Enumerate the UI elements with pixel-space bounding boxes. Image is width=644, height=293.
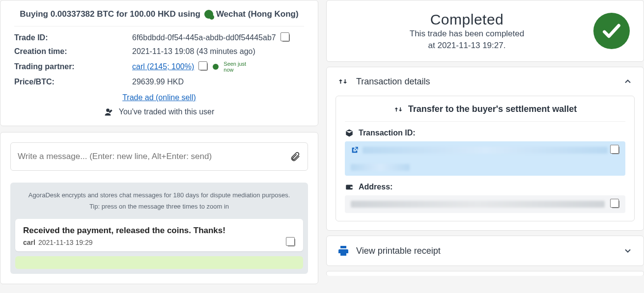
transaction-details-header[interactable]: Transaction details bbox=[327, 67, 644, 96]
address-label-row: Address: bbox=[345, 183, 625, 191]
attachment-icon[interactable] bbox=[290, 151, 301, 162]
status-subtitle: This trade has been completed bbox=[340, 29, 593, 39]
address-label: Address: bbox=[359, 183, 392, 191]
trade-summary-title: Buying 0.00337382 BTC for 100.00 HKD usi… bbox=[14, 9, 304, 27]
txid-blurred bbox=[363, 147, 608, 154]
traded-with-row: You've traded with this user bbox=[14, 107, 304, 117]
receipt-label: View printable receipt bbox=[356, 246, 441, 256]
status-title: Completed bbox=[340, 11, 593, 28]
row-trading-partner: Trading partner: carl (2145; 100%) Seen … bbox=[14, 61, 304, 73]
traded-with-text: You've traded with this user bbox=[119, 107, 215, 116]
wechat-icon bbox=[204, 10, 213, 19]
transaction-details-label: Transaction details bbox=[356, 77, 430, 87]
receipt-section: View printable receipt bbox=[326, 236, 644, 266]
value-creation-time: 2021-11-13 19:08 (43 minutes ago) bbox=[132, 47, 255, 56]
value-price: 29639.99 HKD bbox=[132, 78, 184, 86]
online-dot-icon bbox=[213, 64, 219, 70]
receipt-header[interactable]: View printable receipt bbox=[327, 236, 644, 266]
trade-ad-link[interactable]: Trade ad (online sell) bbox=[122, 93, 196, 102]
copy-icon[interactable] bbox=[287, 239, 295, 246]
chevron-down-icon bbox=[623, 246, 633, 256]
summary-title-prefix: Buying 0.00337382 BTC for 100.00 HKD usi… bbox=[20, 9, 200, 19]
cube-icon bbox=[345, 129, 354, 137]
copy-icon[interactable] bbox=[200, 63, 208, 71]
value-trade-id: 6f6bdbdd-0f54-445a-abdb-dd0f54445ab7 bbox=[132, 33, 276, 42]
txid-label-row: Transaction ID: bbox=[345, 129, 625, 137]
swap-icon bbox=[393, 105, 403, 114]
chat-input[interactable] bbox=[18, 152, 290, 161]
swap-icon bbox=[337, 76, 348, 87]
chat-input-row bbox=[10, 142, 308, 171]
transfer-title: Transfer to the buyer's settlement walle… bbox=[345, 104, 625, 122]
label-trading-partner: Trading partner: bbox=[14, 62, 132, 71]
chat-zoom-tip: Tip: press on the message three times to… bbox=[15, 203, 303, 210]
copy-icon[interactable] bbox=[282, 34, 290, 42]
chat-message-text: Received the payment, released the coins… bbox=[23, 226, 295, 236]
chat-encryption-notice: AgoraDesk encrypts and stores chat messa… bbox=[15, 191, 303, 199]
label-trade-id: Trade ID: bbox=[14, 33, 132, 42]
transaction-panel: Transfer to the buyer's settlement walle… bbox=[336, 96, 635, 221]
chat-body: AgoraDesk encrypts and stores chat messa… bbox=[10, 183, 308, 274]
chat-message[interactable]: Received the payment, released the coins… bbox=[15, 219, 303, 251]
svg-point-0 bbox=[106, 109, 110, 112]
partial-card bbox=[326, 271, 644, 276]
label-creation-time: Creation time: bbox=[14, 47, 132, 56]
seen-text: Seen justnow bbox=[224, 61, 246, 73]
chevron-up-icon bbox=[623, 77, 633, 86]
trade-summary-card: Buying 0.00337382 BTC for 100.00 HKD usi… bbox=[0, 0, 318, 126]
transfer-title-text: Transfer to the buyer's settlement walle… bbox=[408, 104, 577, 114]
chat-message-author: carl bbox=[23, 239, 35, 246]
status-card: Completed This trade has been completed … bbox=[326, 0, 644, 62]
status-time: at 2021-11-13 19:27. bbox=[340, 41, 593, 51]
txid-blurred-2 bbox=[351, 164, 410, 171]
address-box[interactable] bbox=[345, 195, 625, 213]
open-external-icon[interactable] bbox=[351, 146, 359, 154]
row-price: Price/BTC: 29639.99 HKD bbox=[14, 78, 304, 86]
copy-icon[interactable] bbox=[612, 146, 619, 154]
txid-box[interactable] bbox=[345, 141, 625, 176]
address-blurred bbox=[351, 201, 605, 208]
transaction-details-section: Transaction details Transfer to the buye… bbox=[326, 67, 644, 231]
row-creation-time: Creation time: 2021-11-13 19:08 (43 minu… bbox=[14, 47, 304, 56]
copy-icon[interactable] bbox=[612, 200, 619, 208]
wallet-icon bbox=[345, 183, 354, 191]
svg-rect-2 bbox=[350, 186, 353, 188]
summary-payment-method: Wechat (Hong Kong) bbox=[216, 9, 299, 19]
printer-icon bbox=[337, 245, 349, 257]
label-price: Price/BTC: bbox=[14, 78, 132, 86]
txid-label: Transaction ID: bbox=[359, 129, 416, 137]
chat-card: AgoraDesk encrypts and stores chat messa… bbox=[0, 132, 318, 284]
person-icon bbox=[104, 107, 114, 117]
partner-link[interactable]: carl (2145; 100%) bbox=[132, 62, 194, 71]
chat-message-partial bbox=[15, 256, 303, 269]
check-circle-icon bbox=[593, 13, 630, 49]
row-trade-id: Trade ID: 6f6bdbdd-0f54-445a-abdb-dd0f54… bbox=[14, 33, 304, 42]
chat-message-time: 2021-11-13 19:29 bbox=[38, 239, 93, 246]
